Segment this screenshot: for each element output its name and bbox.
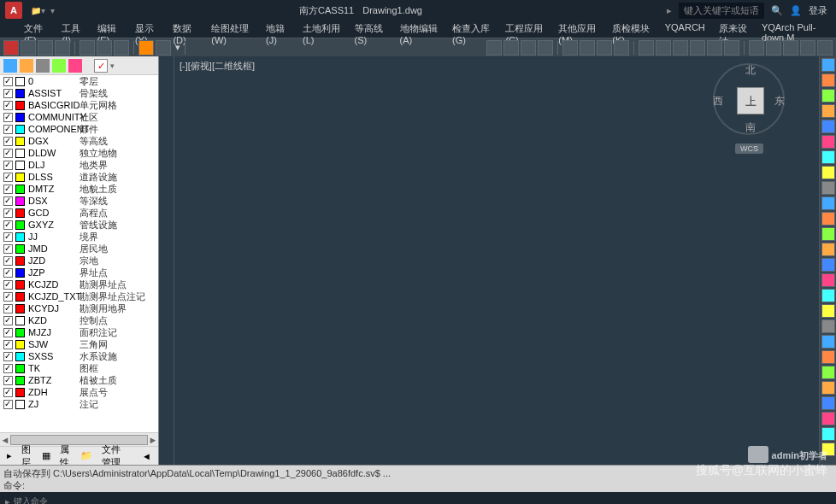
layer-checkbox[interactable] bbox=[3, 400, 13, 409]
layer-row[interactable]: MJZJ面积注记 bbox=[0, 326, 158, 338]
tool-btn[interactable] bbox=[55, 40, 70, 56]
layer-color-swatch[interactable] bbox=[15, 388, 25, 397]
tab-icon[interactable]: ▦ bbox=[38, 448, 54, 463]
tool-3d-icon[interactable] bbox=[3, 40, 19, 56]
menu-item[interactable]: YQArch Pull-down M bbox=[755, 21, 836, 38]
tool-btn[interactable] bbox=[38, 40, 53, 56]
panel-tool-icon[interactable] bbox=[3, 59, 17, 73]
layer-row[interactable]: DGX等高线 bbox=[0, 135, 158, 147]
menu-item[interactable]: 等高线(S) bbox=[348, 21, 393, 38]
viewcube-face[interactable]: 上 bbox=[737, 87, 764, 114]
right-tool-icon[interactable] bbox=[821, 442, 835, 456]
right-tool-icon[interactable] bbox=[821, 196, 835, 210]
layer-row[interactable]: KZD控制点 bbox=[0, 314, 158, 326]
layer-color-swatch[interactable] bbox=[15, 161, 25, 170]
layer-checkbox[interactable] bbox=[3, 149, 13, 158]
layer-color-swatch[interactable] bbox=[15, 376, 25, 385]
dropdown-icon[interactable]: ▾ bbox=[175, 42, 180, 53]
layer-row[interactable]: JJ境界 bbox=[0, 231, 158, 243]
layer-color-swatch[interactable] bbox=[15, 185, 25, 194]
layer-row[interactable]: ZJ注记 bbox=[0, 398, 158, 410]
menu-item[interactable]: 原来设计 bbox=[712, 21, 755, 38]
viewcube[interactable]: 北 东 南 西 上 WCS bbox=[713, 63, 785, 149]
menu-item[interactable]: 地籍(J) bbox=[259, 21, 296, 38]
menu-item[interactable]: 文件(E) bbox=[17, 21, 55, 38]
layer-color-swatch[interactable] bbox=[15, 364, 25, 373]
layer-row[interactable]: KCJZD_TXT勘测界址点注记 bbox=[0, 290, 158, 302]
collapse-icon[interactable]: ◄ bbox=[138, 449, 155, 463]
layer-color-swatch[interactable] bbox=[15, 244, 25, 254]
tool-btn[interactable] bbox=[783, 40, 798, 56]
tool-btn[interactable] bbox=[521, 40, 536, 56]
layer-checkbox[interactable] bbox=[3, 208, 13, 218]
layer-color-swatch[interactable] bbox=[15, 232, 25, 242]
layer-checkbox[interactable] bbox=[3, 280, 13, 290]
tool-btn[interactable] bbox=[614, 40, 629, 56]
layer-row[interactable]: DLDW独立地物 bbox=[0, 147, 158, 159]
layer-color-swatch[interactable] bbox=[15, 208, 25, 218]
layer-row[interactable]: DSX等深线 bbox=[0, 195, 158, 207]
viewport-label[interactable]: [-][俯视][二维线框] bbox=[180, 60, 255, 73]
expand-icon[interactable]: ▸ bbox=[3, 448, 15, 463]
layer-checkbox[interactable] bbox=[3, 232, 13, 242]
right-tool-icon[interactable] bbox=[821, 89, 835, 103]
tool-btn[interactable] bbox=[724, 40, 739, 56]
layer-checkbox[interactable] bbox=[3, 220, 13, 230]
right-tool-icon[interactable] bbox=[821, 212, 835, 226]
tool-btn[interactable] bbox=[21, 40, 36, 56]
layer-color-swatch[interactable] bbox=[15, 352, 25, 361]
right-tool-icon[interactable] bbox=[821, 227, 835, 241]
menu-item[interactable]: 工程应用(C) bbox=[498, 21, 551, 38]
layer-color-swatch[interactable] bbox=[15, 173, 25, 182]
layer-checkbox[interactable] bbox=[3, 256, 13, 266]
layer-row[interactable]: DMTZ地貌土质 bbox=[0, 183, 158, 195]
layer-row[interactable]: GCD高程点 bbox=[0, 207, 158, 219]
layer-color-swatch[interactable] bbox=[15, 125, 25, 134]
right-tool-icon[interactable] bbox=[821, 58, 835, 72]
right-tool-icon[interactable] bbox=[821, 412, 835, 425]
tab-icon[interactable]: 📁 bbox=[77, 448, 96, 463]
viewcube-west[interactable]: 西 bbox=[713, 94, 723, 108]
open-icon[interactable]: 📁▾ bbox=[31, 6, 45, 15]
layer-color-swatch[interactable] bbox=[15, 304, 25, 314]
search-icon[interactable]: 🔍 bbox=[771, 5, 783, 16]
right-tool-icon[interactable] bbox=[821, 350, 835, 364]
right-tool-icon[interactable] bbox=[821, 181, 835, 195]
layer-checkbox[interactable] bbox=[3, 196, 13, 206]
layer-color-swatch[interactable] bbox=[15, 89, 25, 98]
right-tool-icon[interactable] bbox=[821, 73, 835, 87]
tool-btn[interactable] bbox=[562, 40, 578, 56]
layer-checkbox[interactable] bbox=[3, 113, 13, 122]
layer-row[interactable]: TK图框 bbox=[0, 362, 158, 374]
layer-checkbox[interactable] bbox=[3, 340, 13, 349]
wcs-label[interactable]: WCS bbox=[735, 144, 763, 154]
viewcube-south[interactable]: 南 bbox=[745, 120, 756, 135]
layer-row[interactable]: SJW三角网 bbox=[0, 338, 158, 350]
tool-btn[interactable] bbox=[138, 40, 154, 56]
layer-row[interactable]: JMD居民地 bbox=[0, 243, 158, 255]
layer-color-swatch[interactable] bbox=[15, 328, 25, 337]
panel-tool-icon[interactable] bbox=[20, 59, 33, 73]
tool-btn[interactable] bbox=[97, 40, 112, 56]
cmd-expand-icon[interactable]: ▸ bbox=[5, 496, 10, 505]
tool-btn[interactable] bbox=[707, 40, 722, 56]
right-tool-icon[interactable] bbox=[821, 150, 835, 164]
layer-row[interactable]: ZDH展点号 bbox=[0, 386, 158, 398]
layer-color-swatch[interactable] bbox=[15, 77, 25, 86]
layer-row[interactable]: KCYDJ勘测用地界 bbox=[0, 302, 158, 314]
right-tool-icon[interactable] bbox=[821, 366, 835, 379]
right-tool-icon[interactable] bbox=[821, 319, 835, 333]
menu-item[interactable]: 地物编辑(A) bbox=[393, 21, 445, 38]
layer-checkbox[interactable] bbox=[3, 137, 13, 146]
right-tool-icon[interactable] bbox=[821, 258, 835, 272]
layer-row[interactable]: JZD宗地 bbox=[0, 255, 158, 267]
layer-checkbox[interactable] bbox=[3, 364, 13, 373]
layer-color-swatch[interactable] bbox=[15, 292, 25, 302]
menu-item[interactable]: 工具(I) bbox=[55, 21, 90, 38]
layer-checkbox[interactable] bbox=[3, 268, 13, 278]
layer-checkbox[interactable] bbox=[3, 101, 13, 110]
tool-btn[interactable] bbox=[690, 40, 705, 56]
scroll-left-icon[interactable]: ◄ bbox=[0, 435, 10, 445]
layer-color-swatch[interactable] bbox=[15, 196, 25, 206]
tool-btn[interactable] bbox=[817, 40, 833, 56]
